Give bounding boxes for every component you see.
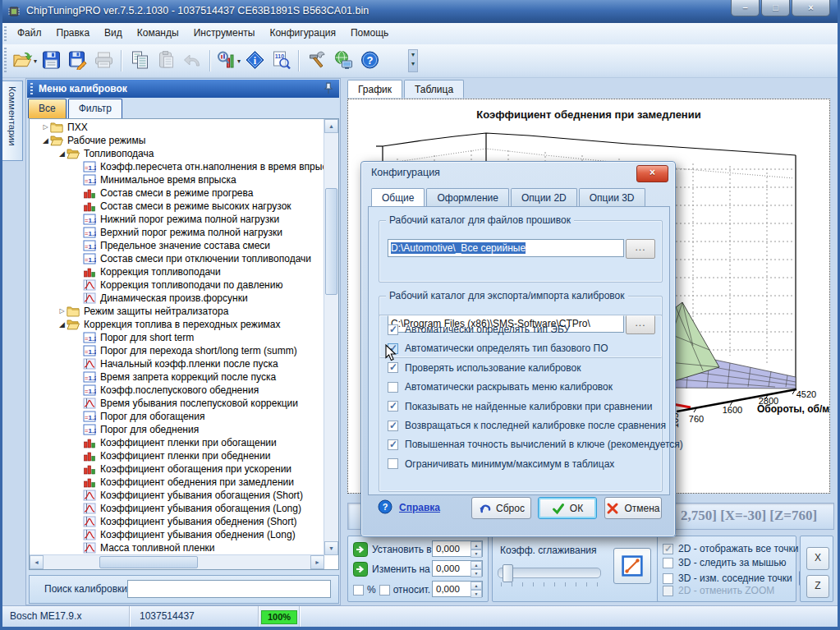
checkbox[interactable] bbox=[388, 458, 398, 469]
calibration-panel-header[interactable]: Меню калибровок bbox=[27, 80, 339, 98]
checkbox[interactable] bbox=[388, 382, 398, 393]
open-file-button[interactable]: ▾ bbox=[11, 48, 38, 73]
view-tab-0[interactable]: График bbox=[347, 80, 402, 98]
pin-icon[interactable] bbox=[323, 82, 334, 95]
firmware-dir-browse-button[interactable]: ... bbox=[626, 239, 655, 259]
checkbox[interactable]: ✓ bbox=[388, 401, 398, 412]
tree-vertical-scrollbar[interactable]: ▲ ▼ bbox=[324, 119, 338, 555]
tree-item[interactable]: =1.2Время запрета коррекций после пуска bbox=[30, 370, 324, 384]
checkbox[interactable] bbox=[663, 586, 673, 596]
tree-item[interactable]: Состав смеси в режиме прогрева bbox=[30, 186, 324, 200]
apply-set-button[interactable] bbox=[353, 542, 368, 557]
ok-button[interactable]: ОК bbox=[538, 497, 597, 519]
undo-button[interactable] bbox=[179, 48, 205, 73]
maximize-button[interactable]: □ bbox=[761, 0, 790, 16]
copy-button[interactable] bbox=[126, 48, 153, 73]
display-option-0[interactable]: ✓2D - отображать все точки bbox=[663, 543, 798, 554]
scroll-down-arrow[interactable]: ▼ bbox=[324, 541, 338, 555]
compare-button[interactable]: ▾ bbox=[215, 48, 241, 73]
dropdown-arrow-icon[interactable]: ▾ bbox=[237, 57, 241, 65]
dialog-option-0[interactable]: ✓Автоматически определять тип ЭБУ bbox=[388, 324, 570, 335]
tree-item[interactable]: =1.2Коэфф.пересчета отн.наполнения в вре… bbox=[30, 160, 324, 173]
search-input[interactable] bbox=[127, 580, 331, 598]
display-option-3[interactable]: 2D - отменить ZOOM bbox=[663, 585, 774, 596]
dialog-tab-3[interactable]: Опции 3D bbox=[579, 188, 645, 206]
tree-item[interactable]: Коэффициент обогащения при ускорении bbox=[30, 462, 324, 476]
tree-item[interactable]: Коэффициент убывания обеднения (Long) bbox=[30, 528, 324, 541]
scroll-left-arrow[interactable]: ◄ bbox=[30, 555, 44, 569]
tree-item[interactable]: =1.2Порог для обогащения bbox=[30, 410, 324, 423]
save-as-button[interactable] bbox=[64, 48, 90, 73]
tree-item[interactable]: ◢Коррекция топлива в переходных режимах bbox=[30, 318, 324, 331]
menu-item-0[interactable]: Файл bbox=[10, 23, 49, 42]
tree-item[interactable]: Коррекция топливоподачи bbox=[30, 265, 324, 278]
percent-checkbox[interactable] bbox=[353, 585, 364, 596]
help-circle-icon[interactable]: ? bbox=[378, 499, 392, 514]
toolbar-overflow-chevron[interactable]: ▾▾ bbox=[408, 49, 418, 72]
tree-item[interactable]: ◢Топливоподача bbox=[30, 147, 324, 160]
view-tab-1[interactable]: Таблица bbox=[404, 80, 464, 98]
dialog-tab-0[interactable]: Общие bbox=[371, 188, 425, 206]
cancel-button[interactable]: Отмена bbox=[604, 497, 662, 519]
checkbox[interactable]: ✓ bbox=[388, 439, 398, 450]
tree-item[interactable]: =1.2Порог для обеднения bbox=[30, 423, 324, 436]
checkbox[interactable]: ✓ bbox=[388, 362, 398, 373]
dialog-option-3[interactable]: Автоматически раскрывать меню калибровок bbox=[388, 381, 613, 393]
print-button[interactable] bbox=[90, 48, 117, 73]
tools-button[interactable] bbox=[304, 48, 330, 73]
tree-item[interactable]: =1.2Верхний порог режима полной нагрузки bbox=[30, 226, 324, 239]
calibration-tab-1[interactable]: Фильтр bbox=[68, 99, 122, 118]
comments-side-tab[interactable]: Комментарии bbox=[2, 80, 23, 161]
dialog-option-1[interactable]: ✓Автоматически определять тип базового П… bbox=[388, 343, 608, 354]
tree-item[interactable]: =1.2Состав смеси при отключении топливоп… bbox=[30, 252, 324, 265]
dropdown-arrow-icon[interactable]: ▾ bbox=[34, 57, 37, 65]
set-value-spinner[interactable]: 0,000▲▼ bbox=[432, 540, 483, 557]
minimize-button[interactable]: – bbox=[731, 0, 760, 16]
expander-closed-icon[interactable]: ▷ bbox=[41, 121, 50, 134]
tree-item[interactable]: Масса топливной пленки bbox=[30, 541, 324, 554]
horizontal-scroll-thumb[interactable] bbox=[99, 556, 198, 568]
tree-item[interactable]: ▷Режим защиты нейтрализатора bbox=[30, 305, 324, 318]
smoothing-slider-thumb[interactable] bbox=[503, 564, 513, 582]
save-button[interactable] bbox=[38, 48, 64, 73]
menu-item-5[interactable]: Конфигурация bbox=[262, 23, 343, 42]
tree-item[interactable]: =1.2Порог для short term bbox=[30, 331, 324, 344]
calibration-tab-0[interactable]: Все bbox=[28, 99, 67, 118]
tree-item[interactable]: =1.2Коэфф.послепускового обеднения bbox=[30, 384, 324, 397]
dialog-option-4[interactable]: ✓Показывать не найденные калибровки при … bbox=[388, 401, 652, 412]
tree-item[interactable]: Коэффициент убывания обогащения (Short) bbox=[30, 489, 324, 502]
firmware-dir-input[interactable]: D:\Automotive\_Все серийные bbox=[388, 239, 624, 257]
paste-button[interactable] bbox=[153, 48, 179, 73]
curve-edit-button[interactable] bbox=[613, 548, 651, 584]
checkbox[interactable]: ✓ bbox=[388, 324, 398, 335]
tree-item[interactable]: =1.2Минимальное время впрыска bbox=[30, 173, 324, 186]
scroll-right-arrow[interactable]: ► bbox=[310, 555, 324, 569]
tree-item[interactable]: Время убывания послепусковой коррекции bbox=[30, 397, 324, 410]
dialog-tab-2[interactable]: Опции 2D bbox=[511, 188, 577, 206]
apply-change-button[interactable] bbox=[353, 562, 368, 577]
tree-item[interactable]: ▷ПХХ bbox=[30, 121, 324, 134]
expander-open-icon[interactable]: ◢ bbox=[57, 318, 67, 331]
close-button[interactable]: × bbox=[792, 0, 830, 16]
menu-item-3[interactable]: Команды bbox=[130, 23, 186, 42]
menu-item-2[interactable]: Вид bbox=[97, 23, 130, 42]
menu-item-6[interactable]: Помощь bbox=[343, 23, 396, 42]
smoothing-slider[interactable] bbox=[498, 568, 601, 578]
tree-item[interactable]: ◢Рабочие режимы bbox=[30, 134, 324, 147]
change-value-spinner[interactable]: 0,000▲▼ bbox=[432, 560, 483, 577]
info-button[interactable]: i bbox=[241, 48, 268, 73]
tree-item[interactable]: Динамическая произв.форсунки bbox=[30, 292, 324, 305]
checkbox[interactable]: ✓ bbox=[388, 421, 398, 431]
dialog-option-2[interactable]: ✓Проверять использование калибровок bbox=[388, 362, 581, 374]
dialog-option-7[interactable]: Ограничивать минимум/максимум в таблицах bbox=[388, 458, 614, 470]
dialog-close-button[interactable]: × bbox=[636, 165, 668, 182]
tree-item[interactable]: Начальный коэфф.пленки после пуска bbox=[30, 357, 324, 370]
tree-item[interactable]: Коррекция топливоподачи по давлению bbox=[30, 278, 324, 292]
tree-item[interactable]: =1.2Предельное значение состава смеси bbox=[30, 239, 324, 252]
title-bar[interactable]: ChipTuningPRO ver.7.5.2.1030 - 103751443… bbox=[0, 0, 840, 24]
checkbox[interactable]: ✓ bbox=[663, 544, 673, 554]
tree-item[interactable]: =1.2Порог для перехода short/long term (… bbox=[30, 344, 324, 357]
help-link[interactable]: Справка bbox=[399, 502, 440, 513]
tree-item[interactable]: Коэффициент пленки при обеднении bbox=[30, 449, 324, 462]
tree-item[interactable]: =1.2Нижний порог режима полной нагрузки bbox=[30, 213, 324, 226]
